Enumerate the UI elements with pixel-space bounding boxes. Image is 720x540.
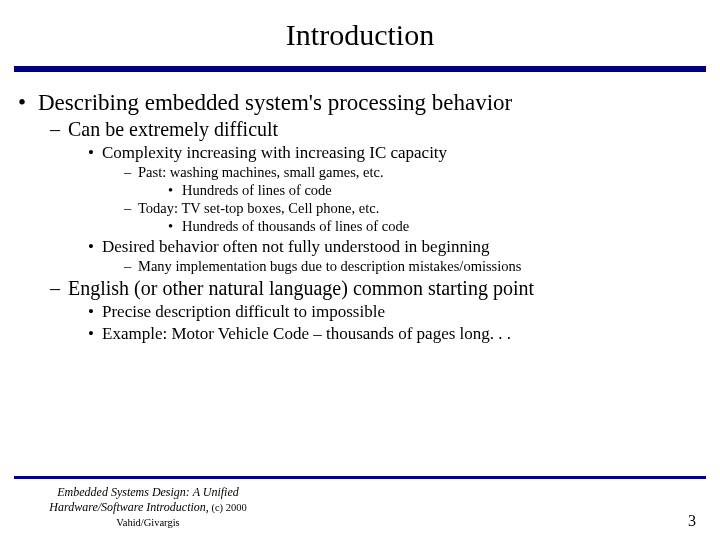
bullet-l2: Can be extremely difficult Complexity in… — [38, 118, 708, 275]
bullet-text: Many implementation bugs due to descript… — [138, 258, 521, 274]
bullet-text: Today: TV set-top boxes, Cell phone, etc… — [138, 200, 379, 216]
bullet-l1: Describing embedded system's processing … — [12, 90, 708, 344]
bullet-l2: English (or other natural language) comm… — [38, 277, 708, 344]
bullet-l5: Hundreds of thousands of lines of code — [138, 218, 708, 235]
bullet-l4: Many implementation bugs due to descript… — [102, 258, 708, 275]
bullet-l3: Complexity increasing with increasing IC… — [68, 143, 708, 235]
bullet-text: Hundreds of lines of code — [182, 182, 332, 198]
bullet-text: Desired behavior often not fully underst… — [102, 237, 490, 256]
footer-row: Embedded Systems Design: A Unified Hardw… — [0, 485, 720, 540]
bullet-text: Past: washing machines, small games, etc… — [138, 164, 384, 180]
bullet-l5: Hundreds of lines of code — [138, 182, 708, 199]
bullet-text: English (or other natural language) comm… — [68, 277, 534, 299]
bullet-text: Hundreds of thousands of lines of code — [182, 218, 409, 234]
slide: Introduction Describing embedded system'… — [0, 0, 720, 540]
bullet-l3: Desired behavior often not fully underst… — [68, 237, 708, 275]
bullet-text: Describing embedded system's processing … — [38, 90, 512, 115]
bullet-text: Example: Motor Vehicle Code – thousands … — [102, 324, 511, 343]
bullet-l3: Precise description difficult to impossi… — [68, 302, 708, 322]
footer: Embedded Systems Design: A Unified Hardw… — [0, 476, 720, 540]
bullet-l4: Past: washing machines, small games, etc… — [102, 164, 708, 199]
footer-citation: Embedded Systems Design: A Unified Hardw… — [18, 485, 278, 530]
slide-title: Introduction — [0, 0, 720, 66]
slide-content: Describing embedded system's processing … — [0, 72, 720, 344]
footer-rule — [14, 476, 706, 479]
bullet-text: Can be extremely difficult — [68, 118, 278, 140]
bullet-text: Precise description difficult to impossi… — [102, 302, 385, 321]
bullet-l4: Today: TV set-top boxes, Cell phone, etc… — [102, 200, 708, 235]
page-number: 3 — [688, 512, 696, 530]
bullet-text: Complexity increasing with increasing IC… — [102, 143, 447, 162]
bullet-l3: Example: Motor Vehicle Code – thousands … — [68, 324, 708, 344]
